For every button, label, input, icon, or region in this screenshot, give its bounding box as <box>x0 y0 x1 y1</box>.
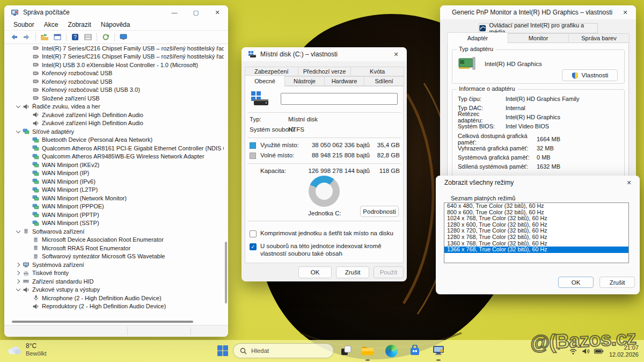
tab[interactable]: Kvóta <box>350 67 404 76</box>
details-button[interactable]: Podrobnosti <box>360 206 399 217</box>
tree-item[interactable]: WAN Miniport (PPTP) <box>4 211 224 219</box>
title-bar[interactable]: Generic PnP Monitor a Intel(R) HD Graphi… <box>440 5 636 19</box>
tree-item[interactable]: Microsoft RRAS Root Enumerator <box>4 244 224 252</box>
cancel-button[interactable]: Zrušit <box>599 277 635 288</box>
back-icon[interactable] <box>9 32 19 42</box>
tree-item[interactable]: Microphone (2 - High Definition Audio De… <box>4 294 224 302</box>
microsoft-store-button[interactable] <box>406 342 424 360</box>
help-icon[interactable]: ? <box>70 32 80 42</box>
refresh-icon[interactable] <box>100 32 111 42</box>
search-input[interactable] <box>251 347 321 354</box>
chevron-icon[interactable] <box>15 128 23 135</box>
menu-item[interactable]: Zobrazit <box>63 21 96 28</box>
tab[interactable]: Adaptér <box>447 32 508 44</box>
tab[interactable]: Sdílení <box>364 76 404 86</box>
chevron-icon[interactable] <box>15 103 23 110</box>
tree-item[interactable]: WAN Miniport (IP) <box>4 169 224 178</box>
tree-item[interactable]: Reproduktory (2 - High Definition Audio … <box>4 302 224 311</box>
tree-item[interactable]: WAN Miniport (Network Monitor) <box>4 194 224 202</box>
wifi-icon[interactable] <box>569 347 577 355</box>
adapter-properties-button[interactable]: Vlastnosti <box>562 69 618 81</box>
device-manager-app-button[interactable] <box>429 342 448 360</box>
tree-item[interactable]: Tiskové fronty <box>4 269 224 278</box>
tree-item[interactable]: Softwarová zařízení <box>4 227 224 236</box>
tree-item[interactable]: Síťové adaptéry <box>4 127 224 136</box>
vertical-scrollbar[interactable] <box>225 242 227 303</box>
title-bar[interactable]: Správa počítače — ▢ ✕ <box>4 5 228 19</box>
tree-item[interactable]: Intel(R) 7 Series/C216 Chipset Family US… <box>4 44 224 53</box>
tray-overflow-chevron-icon[interactable]: ⌃ <box>557 347 561 354</box>
tree-item[interactable]: Kořenový rozbočovač USB <box>4 69 224 78</box>
battery-icon[interactable] <box>594 348 604 354</box>
index-checkbox[interactable]: ✓ <box>250 243 257 250</box>
tree-item[interactable]: Intel(R) USB 3.0 eXtensible Host Control… <box>4 61 224 69</box>
tree-item[interactable]: Systémová zařízení <box>4 260 224 269</box>
apply-button[interactable]: Použít <box>374 266 404 278</box>
menu-item[interactable]: Akce <box>39 21 63 28</box>
compress-checkbox[interactable] <box>250 230 257 237</box>
tree-item[interactable]: Qualcomm Atheros AR9485WB-EG Wireless Ne… <box>4 153 224 161</box>
edge-browser-button[interactable] <box>382 342 400 360</box>
export-list-icon[interactable] <box>83 32 93 42</box>
close-button[interactable]: ✕ <box>614 5 636 19</box>
modes-listbox[interactable]: 640 x 480, True Color (32 bitů), 60 Hz80… <box>444 202 629 263</box>
tree-item[interactable]: Zvukové vstupy a výstupy <box>4 286 224 294</box>
tree-item[interactable]: WAN Miniport (IKEv2) <box>4 161 224 169</box>
properties-icon[interactable] <box>52 32 63 42</box>
volume-label-input[interactable] <box>281 93 398 105</box>
tree-item[interactable]: Qualcomm Atheros AR8161 PCI-E Gigabit Et… <box>4 144 224 153</box>
mode-item[interactable]: 640 x 480, True Color (32 bitů), 60 Hz <box>444 203 628 209</box>
menu-item[interactable]: Soubor <box>9 21 39 28</box>
ok-button[interactable]: OK <box>558 277 594 288</box>
tree-item[interactable]: WAN Miniport (PPPOE) <box>4 202 224 211</box>
file-explorer-button[interactable] <box>358 342 377 360</box>
tree-item[interactable]: Zvukové zařízení High Definition Audio <box>4 119 224 128</box>
mode-item[interactable]: 1280 x 768, True Color (32 bitů), 60 Hz <box>444 234 628 241</box>
chevron-icon[interactable] <box>15 286 23 293</box>
tree-item[interactable]: Složené zařízení USB <box>4 94 224 103</box>
tree-item[interactable]: Řadiče zvuku, videa a her <box>4 103 224 111</box>
taskbar-search[interactable] <box>233 343 334 358</box>
chevron-icon[interactable] <box>15 262 23 268</box>
ok-button[interactable]: OK <box>298 266 332 278</box>
mode-item[interactable]: 1366 x 768, True Color (32 bitů), 60 Hz <box>444 247 628 253</box>
close-button[interactable]: ✕ <box>618 176 640 190</box>
tree-item[interactable]: Microsoft Device Association Root Enumer… <box>4 236 224 244</box>
minimize-button[interactable]: — <box>164 5 185 19</box>
tab[interactable]: Nástroje <box>284 76 325 86</box>
tree-item[interactable]: Kořenový rozbočovač USB <box>4 77 224 86</box>
task-view-button[interactable] <box>337 342 355 360</box>
tree-item[interactable]: Intel(R) 7 Series/C216 Chipset Family US… <box>4 53 224 61</box>
menu-item[interactable]: Nápověda <box>96 21 135 28</box>
tree-item[interactable]: Bluetooth Device (Personal Area Network) <box>4 136 224 144</box>
forward-icon[interactable] <box>21 32 32 42</box>
tab[interactable]: Monitor <box>508 33 569 43</box>
close-button[interactable]: ✕ <box>207 5 228 19</box>
tree-item[interactable]: WAN Miniport (L2TP) <box>4 186 224 194</box>
horizontal-scrollbar[interactable] <box>12 321 193 323</box>
tree-item[interactable]: Kořenový rozbočovač USB (USB 3.0) <box>4 86 224 95</box>
title-bar[interactable]: Zobrazit všechny režimy ✕ <box>436 176 640 190</box>
start-button[interactable] <box>214 342 232 360</box>
chevron-icon[interactable] <box>15 228 23 235</box>
tab[interactable]: Předchozí verze <box>298 67 352 76</box>
tree-item[interactable]: WAN Miniport (SSTP) <box>4 219 224 228</box>
tree-item[interactable]: Softwarový syntezátor Microsoft GS Wavet… <box>4 252 224 261</box>
chevron-icon[interactable] <box>15 278 23 285</box>
weather-widget[interactable]: 8°C Bewölkt <box>6 342 47 357</box>
maximize-button[interactable]: ▢ <box>185 5 207 19</box>
taskbar-clock[interactable]: 21:07 12.02.2026 <box>609 344 639 358</box>
tab[interactable]: Správa barev <box>568 33 630 43</box>
tab[interactable]: Obecné <box>245 75 285 86</box>
volume-icon[interactable] <box>582 347 590 355</box>
console-tree-icon[interactable] <box>39 32 50 42</box>
tree-item[interactable]: WAN Miniport (IPv6) <box>4 177 224 186</box>
tree-item[interactable]: Zařízení standardu HID <box>4 277 224 286</box>
chevron-icon[interactable] <box>15 270 23 276</box>
title-bar[interactable]: Místní disk (C:) – vlastnosti ✕ <box>241 47 407 61</box>
close-button[interactable]: ✕ <box>385 47 407 61</box>
tree-item[interactable]: Zvukové zařízení High Definition Audio <box>4 111 224 119</box>
tab[interactable]: Hardware <box>324 76 364 86</box>
cancel-button[interactable]: Zrušit <box>336 266 369 278</box>
monitor-icon[interactable] <box>118 32 129 42</box>
